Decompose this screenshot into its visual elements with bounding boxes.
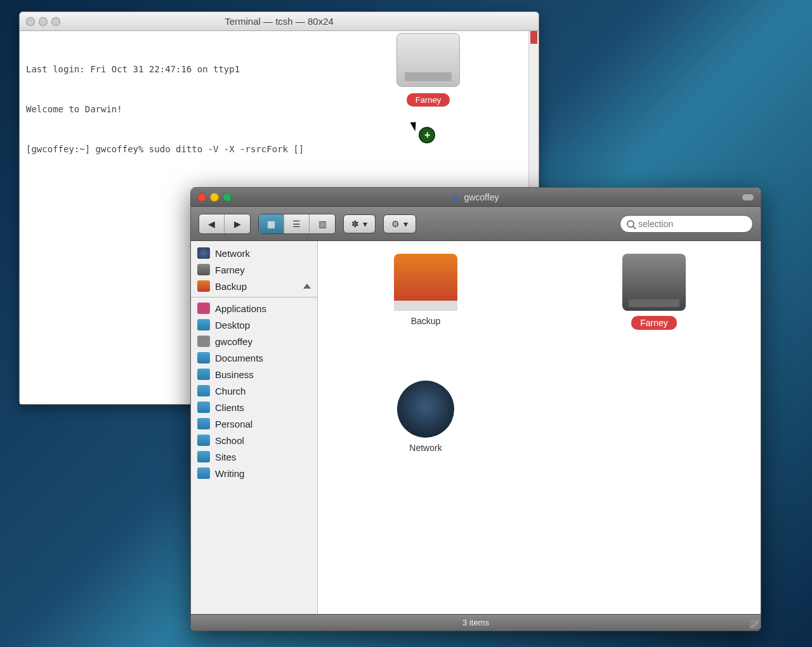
file-item-backup[interactable]: Backup xyxy=(381,254,470,330)
sidebar-item-network[interactable]: Network xyxy=(191,245,317,261)
nav-group: ◀ ▶ xyxy=(199,214,251,234)
folder-icon xyxy=(197,319,210,330)
disk-label: Farney xyxy=(407,93,450,107)
sidebar-item-label: Writing xyxy=(215,468,244,479)
sidebar-item-church[interactable]: Church xyxy=(191,382,317,399)
sidebar-divider xyxy=(191,297,317,297)
folder-icon xyxy=(197,467,210,479)
finder-statusbar: 3 items xyxy=(191,614,761,631)
minimize-button[interactable] xyxy=(210,193,219,202)
search-input[interactable]: selection xyxy=(620,215,753,233)
sidebar-item-label: Business xyxy=(215,369,254,380)
search-icon xyxy=(627,220,634,228)
sidebar-item-personal[interactable]: Personal xyxy=(191,415,317,432)
dragged-disk[interactable]: Farney xyxy=(384,33,473,107)
finder-title-text: gwcoffey xyxy=(464,192,499,202)
finder-toolbar: ◀ ▶ ▦ ☰ ▥ ✽▾ ⚙▾ selection xyxy=(191,207,761,241)
home-icon xyxy=(197,336,210,347)
finder-titlebar[interactable]: gwcoffey xyxy=(191,188,761,207)
sidebar-item-home[interactable]: gwcoffey xyxy=(191,333,317,350)
sidebar-item-label: Church xyxy=(215,386,246,396)
sidebar-item-label: Network xyxy=(215,248,250,259)
finder-title: gwcoffey xyxy=(191,192,761,202)
sidebar-item-backup[interactable]: Backup xyxy=(191,278,317,294)
forward-button[interactable]: ▶ xyxy=(225,214,250,233)
toolbar-toggle-button[interactable] xyxy=(742,193,754,201)
view-group: ▦ ☰ ▥ xyxy=(258,214,336,234)
file-item-farney[interactable]: Farney xyxy=(610,254,698,330)
sidebar-item-label: Documents xyxy=(215,353,263,363)
hard-disk-icon xyxy=(396,33,460,87)
finder-sidebar: Network Farney Backup Applications Deskt… xyxy=(191,241,318,614)
folder-icon xyxy=(197,418,210,429)
copy-cursor-icon xyxy=(419,127,435,143)
sidebar-item-label: School xyxy=(215,435,244,446)
gear-menu[interactable]: ⚙▾ xyxy=(383,214,416,233)
terminal-traffic-lights xyxy=(26,17,60,26)
zoom-button[interactable] xyxy=(223,193,232,202)
folder-icon xyxy=(197,402,210,413)
zoom-button[interactable] xyxy=(51,17,60,26)
network-icon xyxy=(197,247,210,259)
sidebar-item-label: Applications xyxy=(215,303,266,314)
close-button[interactable] xyxy=(197,193,206,202)
file-label: Network xyxy=(381,443,470,453)
firewire-disk-icon xyxy=(197,280,210,292)
terminal-line: [gwcoffey:~] gwcoffey% sudo ditto -V -X … xyxy=(26,143,532,156)
chevron-down-icon: ▾ xyxy=(403,219,408,229)
finder-body: Network Farney Backup Applications Deskt… xyxy=(191,241,761,614)
sidebar-item-label: Desktop xyxy=(215,320,250,330)
icon-view-button[interactable]: ▦ xyxy=(259,214,284,233)
close-button[interactable] xyxy=(26,17,35,26)
sidebar-item-business[interactable]: Business xyxy=(191,366,317,382)
finder-content[interactable]: Backup Farney Network xyxy=(318,241,761,614)
minimize-button[interactable] xyxy=(39,17,48,26)
terminal-title: Terminal — tcsh — 80x24 xyxy=(20,16,539,27)
file-label-selected: Farney xyxy=(631,316,677,330)
hard-disk-icon xyxy=(622,254,686,311)
network-globe-icon xyxy=(397,381,454,438)
sidebar-item-label: Personal xyxy=(215,419,252,429)
sidebar-item-clients[interactable]: Clients xyxy=(191,399,317,415)
folder-icon xyxy=(197,369,210,380)
sidebar-item-writing[interactable]: Writing xyxy=(191,465,317,481)
folder-icon xyxy=(197,352,210,363)
firewire-disk-icon xyxy=(394,254,457,311)
search-placeholder: selection xyxy=(638,219,673,229)
resize-grip[interactable] xyxy=(750,620,759,629)
gear-icon: ⚙ xyxy=(391,219,400,229)
action-menu[interactable]: ✽▾ xyxy=(343,214,376,233)
folder-icon xyxy=(197,435,210,446)
finder-window: gwcoffey ◀ ▶ ▦ ☰ ▥ ✽▾ ⚙▾ selection Netwo… xyxy=(190,187,761,631)
list-view-button[interactable]: ☰ xyxy=(284,214,310,233)
proxy-icon xyxy=(453,195,459,201)
sidebar-item-label: Sites xyxy=(215,452,236,462)
eject-icon[interactable] xyxy=(303,284,311,289)
sidebar-item-sites[interactable]: Sites xyxy=(191,448,317,465)
disk-icon xyxy=(197,264,210,275)
terminal-titlebar[interactable]: Terminal — tcsh — 80x24 xyxy=(20,12,539,31)
sidebar-item-label: Backup xyxy=(215,281,247,292)
applications-icon xyxy=(197,303,210,314)
folder-icon xyxy=(197,451,210,462)
sidebar-item-school[interactable]: School xyxy=(191,432,317,448)
sidebar-item-applications[interactable]: Applications xyxy=(191,300,317,317)
sidebar-item-label: Farney xyxy=(215,265,245,275)
sidebar-item-label: gwcoffey xyxy=(215,336,252,347)
file-item-network[interactable]: Network xyxy=(381,381,748,453)
column-view-button[interactable]: ▥ xyxy=(310,214,335,233)
sidebar-item-label: Clients xyxy=(215,402,244,413)
finder-traffic-lights xyxy=(197,193,232,202)
back-button[interactable]: ◀ xyxy=(199,214,225,233)
chevron-down-icon: ▾ xyxy=(363,219,367,229)
folder-icon xyxy=(197,385,210,396)
sidebar-item-desktop[interactable]: Desktop xyxy=(191,317,317,333)
item-count: 3 items xyxy=(462,618,489,627)
action-icon: ✽ xyxy=(351,219,359,229)
sidebar-item-documents[interactable]: Documents xyxy=(191,350,317,366)
file-label: Backup xyxy=(381,316,470,326)
sidebar-item-farney[interactable]: Farney xyxy=(191,261,317,278)
